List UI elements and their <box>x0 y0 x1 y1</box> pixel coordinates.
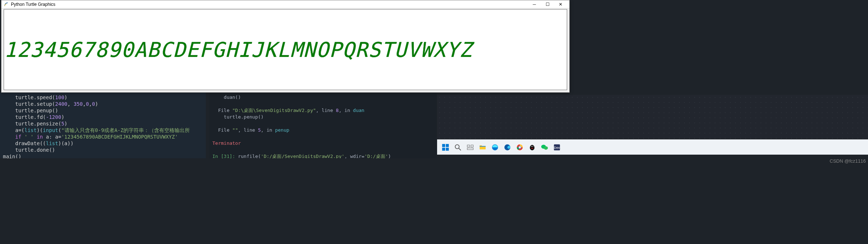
console-line: Terminator <box>212 140 434 147</box>
svg-rect-8 <box>467 148 474 150</box>
maximize-button[interactable]: ☐ <box>541 0 554 8</box>
svg-point-4 <box>455 144 459 148</box>
console-line <box>212 147 434 153</box>
svg-text:Dev: Dev <box>554 146 560 149</box>
edge-icon[interactable] <box>502 142 513 153</box>
code-line: if ' ' in a: a='1234567890ABCDEFGHIJKLMN… <box>3 133 203 140</box>
task-view-icon[interactable] <box>465 142 476 153</box>
chrome-icon[interactable] <box>514 142 525 153</box>
console-line <box>212 101 434 107</box>
console-line: turtle.penup() <box>212 114 434 120</box>
svg-point-18 <box>531 146 532 147</box>
svg-point-15 <box>519 146 521 148</box>
edge-legacy-icon[interactable] <box>490 142 500 153</box>
close-button[interactable]: ✕ <box>554 0 567 8</box>
svg-point-19 <box>533 146 533 147</box>
svg-point-17 <box>530 145 534 148</box>
csdn-watermark: CSDN @fcz1116 <box>830 158 866 164</box>
code-line: turtle.done() <box>3 147 203 153</box>
code-line: turtle.speed(100) <box>3 94 203 101</box>
window-title: Python Turtle Graphics <box>11 2 528 7</box>
qq-icon[interactable] <box>527 142 538 153</box>
svg-rect-7 <box>471 145 473 147</box>
titlebar[interactable]: Python Turtle Graphics ─ ☐ ✕ <box>1 0 569 8</box>
code-line: a=(list)(input("请输入只含有0-9或者A-Z的字符串：（含有空格… <box>3 127 203 133</box>
code-line: turtle.setup(2400, 350,0,0) <box>3 101 203 107</box>
svg-line-5 <box>459 148 461 150</box>
turtle-canvas: 1234567890ABCDEFGHIJKLMNOPQRSTUVWXYZ <box>4 9 567 90</box>
devcpp-icon[interactable]: Dev <box>551 142 562 153</box>
console-line: File "D:\桌面\SevenDigitsDrawV2.py", line … <box>212 107 434 114</box>
python-feather-icon <box>4 2 9 7</box>
ipython-console[interactable]: duan() File "D:\桌面\SevenDigitsDrawV2.py"… <box>209 93 437 158</box>
file-explorer-icon[interactable] <box>477 142 488 153</box>
code-line: turtle.pensize(5) <box>3 120 203 127</box>
svg-rect-0 <box>442 144 445 147</box>
svg-rect-6 <box>467 145 470 147</box>
svg-point-21 <box>544 146 548 150</box>
turtle-graphics-window: Python Turtle Graphics ─ ☐ ✕ 1234567890A… <box>1 0 570 93</box>
svg-rect-3 <box>446 147 449 150</box>
svg-rect-2 <box>442 147 445 150</box>
svg-rect-9 <box>480 146 486 147</box>
console-line <box>212 120 434 127</box>
console-line: File "", line 5, in penup <box>212 127 434 133</box>
console-line <box>212 133 434 140</box>
search-icon[interactable] <box>452 142 463 153</box>
window-controls: ─ ☐ ✕ <box>528 0 567 8</box>
console-line: duan() <box>212 94 434 101</box>
code-line: turtle.penup() <box>3 107 203 114</box>
wechat-icon[interactable] <box>539 142 550 153</box>
code-line: drawDate((list)(a)) <box>3 140 203 147</box>
windows-taskbar: Dev <box>437 139 868 155</box>
minimize-button[interactable]: ─ <box>528 0 541 8</box>
desktop-area <box>437 95 868 139</box>
code-line: turtle.fd(-1200) <box>3 114 203 120</box>
code-editor[interactable]: turtle.speed(100) turtle.setup(2400, 350… <box>0 93 206 158</box>
segment-display-text: 1234567890ABCDEFGHIJKLMNOPQRSTUVWXYZ <box>4 38 472 62</box>
console-line: In [31]: runfile('D:/桌面/SevenDigitsDrawV… <box>212 153 434 158</box>
start-button[interactable] <box>440 142 451 153</box>
code-line: main() <box>3 153 203 158</box>
svg-rect-1 <box>446 144 449 147</box>
